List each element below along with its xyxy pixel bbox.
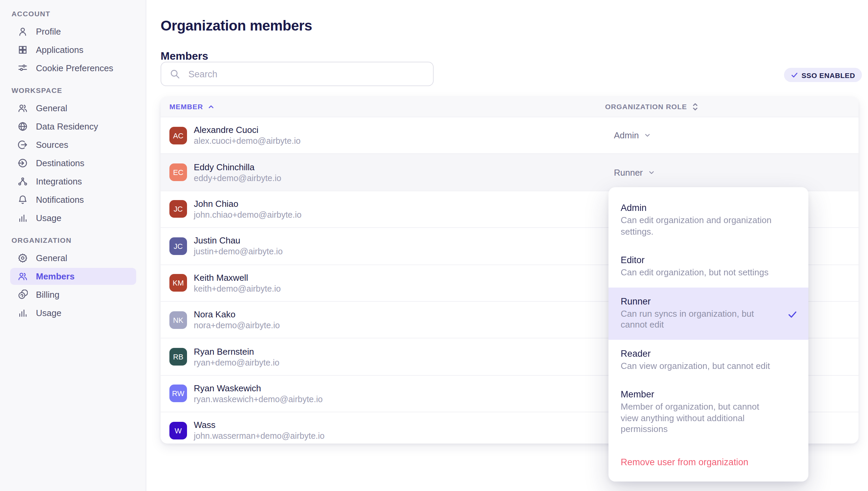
users-icon	[17, 271, 28, 282]
sidebar-section-account: ACCOUNT Profile Applications	[0, 9, 146, 77]
sidebar-item-profile[interactable]: Profile	[10, 23, 136, 40]
sidebar-item-label: Applications	[36, 45, 83, 55]
role-option-reader[interactable]: Reader Can view organization, but cannot…	[608, 339, 808, 380]
member-email: john.chiao+demo@airbyte.io	[194, 210, 302, 220]
sidebar-item-org-general[interactable]: General	[10, 250, 136, 267]
sidebar-item-label: General	[36, 103, 67, 113]
sidebar-item-data-residency[interactable]: Data Residency	[10, 118, 136, 135]
role-select[interactable]: Admin	[605, 130, 859, 140]
members-section-title: Members	[161, 51, 208, 63]
sidebar-item-workspace-general[interactable]: General	[10, 100, 136, 117]
avatar: JC	[169, 237, 187, 255]
column-label: ORGANIZATION ROLE	[605, 102, 687, 111]
sidebar-item-label: Integrations	[36, 176, 82, 186]
role-option-description: Member of organization, but cannot view …	[621, 401, 773, 435]
bell-icon	[17, 194, 28, 205]
users-icon	[17, 103, 28, 114]
search-input[interactable]	[187, 68, 425, 80]
sidebar-item-integrations[interactable]: Integrations	[10, 173, 136, 190]
sidebar-item-label: Cookie Preferences	[36, 63, 113, 73]
avatar: KM	[169, 274, 187, 292]
member-email: ryan.waskewich+demo@airbyte.io	[194, 395, 323, 404]
section-label-organization: ORGANIZATION	[0, 236, 146, 244]
sso-badge-label: SSO ENABLED	[802, 71, 855, 79]
column-header-member[interactable]: MEMBER	[161, 102, 605, 111]
sidebar-item-label: Notifications	[36, 195, 84, 205]
member-cell: W Wass john.wasserman+demo@airbyte.io	[161, 420, 605, 441]
role-option-member[interactable]: Member Member of organization, but canno…	[608, 380, 808, 444]
sidebar-item-label: Sources	[36, 140, 68, 150]
member-email: nora+demo@airbyte.io	[194, 321, 280, 330]
sidebar-item-billing[interactable]: Billing	[10, 286, 136, 303]
section-label-workspace: WORKSPACE	[0, 86, 146, 94]
sidebar-item-applications[interactable]: Applications	[10, 41, 136, 58]
avatar: RB	[169, 348, 187, 366]
member-cell: AC Alexandre Cuoci alex.cuoci+demo@airby…	[161, 125, 605, 146]
member-search[interactable]	[161, 62, 434, 86]
role-option-admin[interactable]: Admin Can edit organization and organiza…	[608, 194, 808, 246]
sidebar-item-cookie-preferences[interactable]: Cookie Preferences	[10, 60, 136, 77]
sidebar-section-workspace: WORKSPACE General Data Residency	[0, 86, 146, 227]
role-option-editor[interactable]: Editor Can edit organization, but not se…	[608, 246, 808, 287]
avatar: JC	[169, 200, 187, 218]
member-name: Nora Kako	[194, 309, 280, 319]
member-cell: KM Keith Maxwell keith+demo@airbyte.io	[161, 273, 605, 294]
globe-icon	[17, 121, 28, 132]
integrations-icon	[17, 176, 28, 187]
sidebar-item-label: General	[36, 253, 67, 263]
role-option-description: Can edit organization, but not settings	[621, 267, 773, 278]
member-cell: RB Ryan Bernstein ryan+demo@airbyte.io	[161, 346, 605, 367]
member-name: Alexandre Cuoci	[194, 125, 301, 135]
member-name: Justin Chau	[194, 236, 283, 246]
chevron-down-icon	[647, 169, 655, 176]
member-email: alex.cuoci+demo@airbyte.io	[194, 136, 301, 146]
section-label-account: ACCOUNT	[0, 9, 146, 18]
remove-user-link[interactable]: Remove user from organization	[608, 444, 808, 481]
member-cell: RW Ryan Waskewich ryan.waskewich+demo@ai…	[161, 383, 605, 404]
sidebar-item-notifications[interactable]: Notifications	[10, 191, 136, 208]
member-name: Eddy Chinchilla	[194, 162, 281, 172]
member-email: eddy+demo@airbyte.io	[194, 173, 281, 183]
member-cell: NK Nora Kako nora+demo@airbyte.io	[161, 309, 605, 330]
member-name: Ryan Bernstein	[194, 346, 280, 356]
sidebar-item-label: Data Residency	[36, 121, 98, 132]
sidebar-item-sources[interactable]: Sources	[10, 136, 136, 153]
role-option-description: Can run syncs in organization, but canno…	[621, 308, 773, 331]
sidebar-item-label: Destinations	[36, 158, 84, 168]
role-option-runner-selected[interactable]: Runner Can run syncs in organization, bu…	[608, 287, 808, 339]
sidebar-item-label: Billing	[36, 290, 59, 300]
table-header-row: MEMBER ORGANIZATION ROLE	[161, 96, 859, 117]
sort-both-icon	[691, 102, 699, 111]
avatar: NK	[169, 311, 187, 329]
sidebar-item-org-usage[interactable]: Usage	[10, 305, 136, 321]
member-cell: EC Eddy Chinchilla eddy+demo@airbyte.io	[161, 162, 605, 183]
gear-icon	[17, 253, 28, 263]
bar-chart-icon	[17, 213, 28, 223]
check-icon	[791, 71, 798, 79]
bar-chart-icon	[17, 308, 28, 318]
destination-icon	[17, 158, 28, 169]
member-email: john.wasserman+demo@airbyte.io	[194, 432, 325, 441]
role-value: Runner	[614, 167, 643, 177]
sidebar-item-label: Members	[36, 271, 75, 281]
role-value: Admin	[614, 130, 639, 140]
sso-enabled-badge: SSO ENABLED	[784, 68, 862, 82]
table-row: AC Alexandre Cuoci alex.cuoci+demo@airby…	[161, 117, 859, 154]
sidebar-item-destinations[interactable]: Destinations	[10, 155, 136, 172]
app-window: ACCOUNT Profile Applications	[0, 0, 868, 491]
sidebar-item-members[interactable]: Members	[10, 268, 136, 285]
chevron-down-icon	[644, 132, 651, 139]
sidebar-item-workspace-usage[interactable]: Usage	[10, 210, 136, 227]
avatar: AC	[169, 126, 187, 144]
member-email: keith+demo@airbyte.io	[194, 284, 281, 294]
role-option-title: Reader	[621, 348, 796, 358]
member-email: justin+demo@airbyte.io	[194, 247, 283, 257]
role-option-title: Admin	[621, 203, 796, 213]
sidebar-item-label: Usage	[36, 308, 61, 318]
member-name: John Chiao	[194, 199, 302, 209]
column-header-organization-role[interactable]: ORGANIZATION ROLE	[605, 102, 859, 111]
member-name: Wass	[194, 420, 325, 430]
avatar: RW	[169, 385, 187, 402]
member-name: Ryan Waskewich	[194, 383, 323, 393]
role-select-open[interactable]: Runner	[605, 167, 859, 177]
